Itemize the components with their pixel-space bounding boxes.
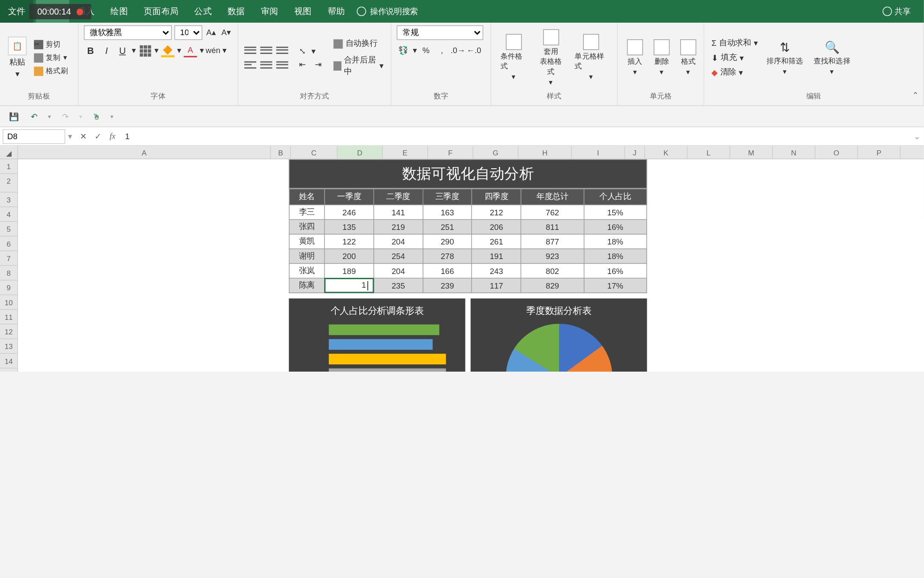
table-cell[interactable]: 张岚 (289, 263, 325, 278)
table-cell[interactable]: 261 (472, 234, 521, 249)
decrease-indent-button[interactable]: ⇤ (296, 58, 309, 71)
table-cell[interactable]: 219 (374, 220, 423, 234)
column-header-L[interactable]: L (687, 146, 730, 159)
column-header-J[interactable]: J (625, 146, 645, 159)
table-cell[interactable]: 李三 (289, 205, 325, 219)
row-header-9[interactable]: 9 (0, 280, 17, 295)
row-header-3[interactable]: 3 (0, 193, 17, 207)
format-painter-button[interactable]: 格式刷 (32, 65, 70, 76)
tab-help[interactable]: 帮助 (320, 0, 353, 23)
mouse-mode-button[interactable]: 🖱 (91, 110, 103, 122)
table-cell[interactable]: 204 (374, 234, 423, 249)
table-cell[interactable]: 212 (472, 205, 521, 219)
align-top-button[interactable] (243, 44, 257, 57)
collapse-ribbon-button[interactable]: ⌃ (912, 91, 919, 100)
row-header-13[interactable]: 13 (0, 339, 17, 354)
column-header-I[interactable]: I (572, 146, 625, 159)
copy-button[interactable]: 复制▾ (32, 52, 70, 63)
column-header-M[interactable]: M (730, 146, 773, 159)
column-header-P[interactable]: P (858, 146, 901, 159)
table-cell[interactable]: 235 (374, 278, 423, 293)
table-cell[interactable]: 18% (584, 234, 647, 249)
font-color-button[interactable]: A (184, 44, 197, 57)
column-header-H[interactable]: H (518, 146, 572, 159)
fill-color-button[interactable]: 🔶 (161, 44, 175, 57)
chevron-down-icon[interactable]: ▾ (311, 46, 315, 56)
cell-style-button[interactable]: 单元格样式▾ (571, 34, 612, 81)
table-cell[interactable]: 1 (325, 278, 374, 293)
tab-layout[interactable]: 页面布局 (136, 0, 186, 23)
tell-me-search[interactable]: 操作说明搜索 (357, 6, 418, 17)
table-cell[interactable]: 谢明 (289, 249, 325, 263)
row-header-8[interactable]: 8 (0, 266, 17, 280)
tab-draw[interactable]: 绘图 (103, 0, 136, 23)
table-cell[interactable]: 802 (521, 263, 584, 278)
table-cell[interactable]: 877 (521, 234, 584, 249)
column-header-K[interactable]: K (645, 146, 688, 159)
chevron-down-icon[interactable]: ▾ (177, 46, 181, 55)
table-cell[interactable]: 254 (374, 249, 423, 263)
undo-button[interactable]: ↶ (28, 110, 40, 122)
table-cell[interactable]: 141 (374, 205, 423, 219)
bar-chart-panel[interactable]: 个人占比分析调条形表 个人占比 15% 0%5%10%15%20% (289, 298, 465, 372)
font-size-select[interactable]: 10 (174, 25, 202, 40)
chevron-down-icon[interactable]: ▾ (132, 46, 136, 55)
fill-button[interactable]: ⬇填充▾ (710, 51, 760, 64)
currency-button[interactable]: 💱 (397, 44, 410, 57)
format-cells-button[interactable]: 格式▾ (676, 39, 700, 76)
share-button[interactable]: 共享 (883, 6, 910, 17)
name-box[interactable] (3, 129, 65, 143)
table-cell[interactable]: 18% (584, 249, 647, 263)
increase-decimal-button[interactable]: .0→ (451, 44, 465, 57)
italic-button[interactable]: I (100, 44, 113, 57)
align-middle-button[interactable] (260, 44, 273, 57)
row-header-4[interactable]: 4 (0, 207, 17, 222)
cut-button[interactable]: ✂剪切 (32, 39, 70, 50)
row-header-1[interactable]: 1 (0, 159, 17, 174)
column-header-A[interactable]: A (18, 146, 271, 159)
table-cell[interactable]: 191 (472, 249, 521, 263)
orientation-button[interactable]: ⤡ (296, 44, 309, 57)
underline-button[interactable]: U (116, 44, 129, 57)
row-header-15[interactable]: 15 (0, 368, 17, 372)
row-header-5[interactable]: 5 (0, 222, 17, 236)
row-header-2[interactable]: 2 (0, 174, 17, 193)
table-cell[interactable]: 122 (325, 234, 374, 249)
table-cell[interactable]: 762 (521, 205, 584, 219)
table-cell[interactable]: 923 (521, 249, 584, 263)
tab-file[interactable]: 文件 (0, 0, 33, 23)
comma-button[interactable]: , (435, 44, 449, 57)
table-cell[interactable]: 黄凯 (289, 234, 325, 249)
table-cell[interactable]: 117 (472, 278, 521, 293)
table-cell[interactable]: 张四 (289, 220, 325, 234)
select-all-corner[interactable]: ◢ (0, 146, 17, 159)
row-header-12[interactable]: 12 (0, 325, 17, 339)
redo-button[interactable]: ↷ (59, 110, 71, 122)
table-cell[interactable]: 811 (521, 220, 584, 234)
table-cell[interactable]: 189 (325, 263, 374, 278)
chevron-down-icon[interactable]: ▾ (154, 46, 158, 55)
cancel-formula-button[interactable]: ✕ (76, 129, 90, 143)
table-cell[interactable]: 陈离 (289, 278, 325, 293)
table-cell[interactable]: 251 (423, 220, 472, 234)
table-cell[interactable]: 15% (584, 205, 647, 219)
clear-button[interactable]: ◆清除▾ (710, 66, 760, 79)
increase-indent-button[interactable]: ⇥ (311, 58, 325, 71)
formula-input[interactable]: 1 (120, 131, 911, 141)
table-cell[interactable]: 290 (423, 234, 472, 249)
column-header-E[interactable]: E (383, 146, 428, 159)
column-header-D[interactable]: D (338, 146, 383, 159)
tab-data[interactable]: 数据 (219, 0, 253, 23)
decrease-decimal-button[interactable]: ←.0 (467, 44, 480, 57)
delete-cells-button[interactable]: 删除▾ (650, 39, 674, 76)
chevron-down-icon[interactable]: ▾ (48, 113, 51, 120)
table-cell[interactable]: 17% (584, 278, 647, 293)
table-cell[interactable]: 200 (325, 249, 374, 263)
row-header-7[interactable]: 7 (0, 251, 17, 266)
table-format-button[interactable]: 套用 表格格式▾ (533, 29, 568, 86)
tab-view[interactable]: 视图 (286, 0, 320, 23)
bold-button[interactable]: B (84, 44, 97, 57)
phonetic-button[interactable]: wén (206, 44, 219, 57)
align-bottom-button[interactable] (275, 44, 289, 57)
table-cell[interactable]: 204 (374, 263, 423, 278)
